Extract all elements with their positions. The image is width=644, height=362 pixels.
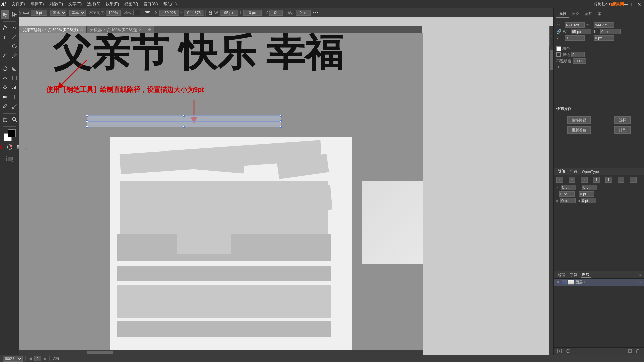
stroke-size-panel-input[interactable]: [571, 52, 585, 57]
symbol-tool[interactable]: [1, 83, 9, 92]
prev-page-button[interactable]: ◀: [29, 356, 32, 361]
scale-tool[interactable]: [10, 64, 19, 73]
close-button[interactable]: ✕: [636, 1, 643, 8]
last-indent-input[interactable]: [581, 198, 596, 203]
vertical-scrollbar[interactable]: [549, 33, 553, 355]
para-tab-opentype[interactable]: OpenType: [581, 170, 600, 174]
angle-input[interactable]: [269, 10, 283, 16]
tab-1-close[interactable]: ✕: [80, 26, 83, 33]
layer-lock-icon[interactable]: ○: [637, 280, 639, 284]
graph-tool[interactable]: [10, 83, 19, 92]
y-coord-input[interactable]: [594, 22, 614, 28]
justify-all-button[interactable]: ⋮: [630, 177, 637, 183]
opacity-input[interactable]: [106, 10, 121, 16]
stroke-size-input2[interactable]: [296, 10, 311, 16]
menu-view[interactable]: 视图(V): [122, 0, 141, 8]
hand-tool[interactable]: [1, 115, 9, 124]
tab-2[interactable]: 未标题-1* @ 100% (RGB/预) ✕: [87, 26, 146, 33]
align-right-button[interactable]: ≡: [581, 177, 588, 183]
stroke-swatch[interactable]: [556, 52, 561, 57]
style-swatch[interactable]: [133, 10, 140, 15]
select-button[interactable]: 选择: [614, 116, 631, 124]
foreground-color-box[interactable]: [8, 129, 16, 137]
arrange-button[interactable]: 排列: [614, 126, 631, 134]
new-sublayer-button[interactable]: [556, 349, 563, 354]
right-panel-collapse-button[interactable]: ‹: [549, 26, 553, 46]
para-tab-char[interactable]: 字符: [569, 169, 579, 174]
text-tool[interactable]: T: [1, 33, 9, 41]
clipping-mask-button[interactable]: [565, 349, 572, 354]
layer-options-icon[interactable]: ○: [640, 280, 642, 284]
angle-coord-input[interactable]: [565, 35, 585, 41]
curvature-tool[interactable]: [10, 23, 19, 32]
menu-select[interactable]: 选择(S): [84, 0, 103, 8]
justify-left-button[interactable]: ⋮: [593, 177, 600, 183]
warp-tool[interactable]: [1, 74, 9, 82]
path-offset-button[interactable]: 位移路径: [567, 116, 591, 124]
fill-swatch[interactable]: [556, 46, 561, 51]
align-center-button[interactable]: ≡: [569, 177, 575, 183]
layers-tab-chars[interactable]: 字符: [569, 272, 579, 277]
hanging-indent-input[interactable]: [560, 198, 576, 203]
justify-right-button[interactable]: ⋮: [618, 177, 624, 183]
indent-left-input[interactable]: [561, 185, 576, 190]
justify-center-button[interactable]: ⋮: [605, 177, 612, 183]
indent-right-input[interactable]: [582, 185, 597, 190]
brush-tool[interactable]: [1, 51, 9, 60]
lock-ratio-icon[interactable]: 🔗: [556, 29, 561, 34]
zoom-tool[interactable]: [10, 115, 19, 124]
space-before-input[interactable]: [559, 191, 575, 197]
recolor-button[interactable]: 重新着色: [567, 126, 591, 134]
ellipse-tool[interactable]: [10, 42, 19, 51]
page-number-input[interactable]: [34, 356, 41, 361]
eyedropper-tool[interactable]: [1, 102, 9, 111]
handle-tm[interactable]: [183, 115, 185, 117]
tab-1[interactable]: 父亲节讲解.ai* @ 800% (RGB/预) ✕: [19, 26, 87, 33]
menu-window[interactable]: 窗口(W): [141, 0, 160, 8]
panel-tab-layers[interactable]: 层次: [569, 10, 582, 18]
layer-expand-icon[interactable]: [562, 280, 567, 284]
handle-bm[interactable]: [183, 126, 185, 128]
panel-tab-library[interactable]: 库: [595, 10, 604, 18]
menu-file[interactable]: 文件(F): [9, 0, 28, 8]
menu-edit[interactable]: 编辑(E): [28, 0, 47, 8]
w-coord-input[interactable]: [571, 29, 591, 34]
next-page-button[interactable]: ▶: [44, 356, 47, 361]
maximize-button[interactable]: □: [629, 1, 636, 8]
panel-tab-properties[interactable]: 属性: [556, 10, 569, 18]
horizontal-scrollbar[interactable]: [19, 350, 423, 355]
tab-2-close[interactable]: ✕: [139, 26, 142, 33]
handle-tr[interactable]: [280, 115, 282, 117]
y-input[interactable]: [184, 10, 204, 16]
new-layer-button[interactable]: [626, 349, 633, 354]
delete-layer-button[interactable]: [635, 349, 642, 354]
menu-object[interactable]: 对象(O): [47, 0, 66, 8]
x-coord-input[interactable]: [565, 22, 585, 28]
stroke-type-select[interactable]: 等比均匀: [50, 10, 66, 16]
mesh-tool[interactable]: [10, 93, 19, 101]
handle-ml[interactable]: [86, 120, 88, 122]
artboard-tool[interactable]: [5, 155, 14, 163]
menu-text[interactable]: 文字(T): [66, 0, 84, 8]
v-scroll-thumb[interactable]: [550, 50, 553, 70]
rect-tool[interactable]: [1, 42, 9, 51]
select-tool[interactable]: [1, 10, 9, 19]
h-input[interactable]: [243, 10, 262, 16]
pen-tool[interactable]: [1, 23, 9, 32]
more-icon[interactable]: [311, 9, 320, 16]
opacity-panel-input[interactable]: [573, 58, 586, 64]
free-transform-tool[interactable]: [10, 74, 19, 82]
handle-tl[interactable]: [86, 115, 88, 117]
align-left-button[interactable]: ≡: [556, 177, 563, 183]
stroke-size-input[interactable]: [31, 10, 47, 16]
stroke-style-select[interactable]: 基本: [69, 10, 86, 16]
line-tool[interactable]: [10, 33, 19, 41]
handle-bl[interactable]: [86, 126, 88, 128]
rotate-tool[interactable]: [1, 64, 9, 73]
gradient-tool[interactable]: [1, 93, 9, 101]
h-scroll-thumb[interactable]: [87, 351, 113, 354]
direct-select-tool[interactable]: [10, 10, 19, 19]
pencil-tool[interactable]: [10, 51, 19, 60]
measure-tool[interactable]: [10, 102, 19, 111]
handle-br[interactable]: [280, 126, 282, 128]
